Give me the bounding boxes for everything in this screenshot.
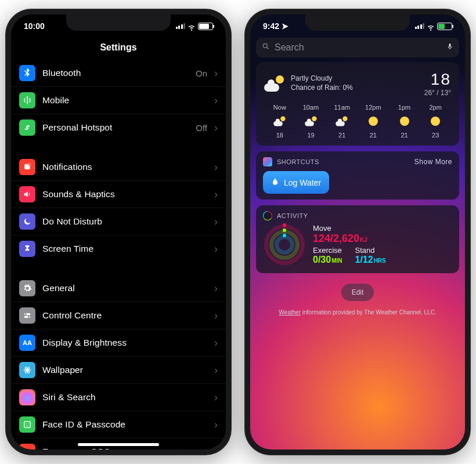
hour-col: 10am19 bbox=[295, 104, 327, 139]
location-icon: ➤ bbox=[282, 21, 289, 31]
exercise-label: Exercise bbox=[313, 246, 342, 255]
weather-temp: 18 bbox=[424, 70, 451, 89]
siri-icon bbox=[19, 389, 35, 405]
row-value: Off bbox=[196, 123, 207, 133]
search-icon bbox=[262, 42, 270, 53]
settings-row-siri-search[interactable]: Siri & Search› bbox=[11, 383, 226, 411]
row-label: General bbox=[42, 283, 75, 293]
settings-row-personal-hotspot[interactable]: Personal HotspotOff› bbox=[11, 114, 226, 141]
svg-point-1 bbox=[28, 164, 30, 166]
chevron-right-icon: › bbox=[214, 95, 218, 107]
settings-row-mobile[interactable]: Mobile› bbox=[11, 86, 226, 114]
chevron-right-icon: › bbox=[214, 122, 218, 134]
page-title: Settings bbox=[11, 38, 226, 60]
partly-cloudy-icon bbox=[336, 117, 348, 126]
sun-icon bbox=[400, 117, 409, 126]
shortcuts-widget: SHORTCUTS Show More Log Water bbox=[256, 151, 459, 200]
battery-charging-icon bbox=[437, 23, 452, 30]
hour-label: 12pm bbox=[358, 104, 389, 111]
weather-widget[interactable]: Partly Cloudy Chance of Rain: 0% 18 26° … bbox=[256, 62, 459, 146]
weather-credit: Weather information provided by The Weat… bbox=[256, 309, 459, 316]
row-label: Emergency SOS bbox=[42, 447, 110, 449]
hour-col: 12pm21 bbox=[358, 104, 389, 139]
chevron-right-icon: › bbox=[214, 188, 218, 201]
chevron-right-icon: › bbox=[214, 364, 218, 376]
settings-row-display-brightness[interactable]: AADisplay & Brightness› bbox=[11, 329, 226, 356]
search-placeholder: Search bbox=[275, 42, 304, 53]
bell-icon bbox=[19, 159, 35, 175]
settings-row-control-centre[interactable]: Control Centre› bbox=[11, 302, 226, 329]
row-label: Notifications bbox=[42, 162, 92, 172]
weather-rain: Chance of Rain: 0% bbox=[291, 84, 353, 93]
svg-line-16 bbox=[267, 48, 269, 49]
aa-icon: AA bbox=[19, 335, 35, 351]
row-label: Bluetooth bbox=[42, 68, 81, 78]
svg-point-5 bbox=[28, 316, 30, 318]
row-value: On bbox=[196, 68, 207, 78]
hour-col: Now18 bbox=[264, 104, 295, 139]
hour-col: 2pm23 bbox=[420, 104, 451, 139]
shortcut-log-water[interactable]: Log Water bbox=[263, 171, 329, 194]
link-icon bbox=[19, 119, 35, 136]
chevron-right-icon: › bbox=[214, 216, 218, 228]
sos-icon: SOS bbox=[19, 444, 35, 449]
row-label: Control Centre bbox=[42, 310, 102, 321]
partly-cloudy-icon bbox=[305, 117, 318, 126]
shortcuts-title: SHORTCUTS bbox=[277, 158, 319, 165]
exercise-value: 0/30 bbox=[313, 255, 331, 264]
row-label: Screen Time bbox=[42, 244, 93, 254]
settings-row-do-not-disturb[interactable]: Do Not Disturb› bbox=[11, 208, 226, 235]
activity-widget[interactable]: ACTIVITY Move 124/2,620KJ Exercise 0/30M… bbox=[256, 205, 459, 273]
chevron-right-icon: › bbox=[214, 310, 218, 322]
row-label: Face ID & Passcode bbox=[42, 419, 125, 430]
row-label: Display & Brightness bbox=[42, 338, 127, 348]
switches-icon bbox=[19, 307, 35, 324]
moon-icon bbox=[19, 213, 35, 230]
weather-link[interactable]: Weather bbox=[279, 309, 301, 316]
face-icon bbox=[19, 416, 35, 433]
hour-col: 11am21 bbox=[326, 104, 358, 139]
notch bbox=[305, 14, 410, 31]
shortcuts-app-icon bbox=[263, 157, 272, 166]
settings-row-bluetooth[interactable]: BluetoothOn› bbox=[11, 60, 226, 86]
row-label: Wallpaper bbox=[42, 365, 83, 375]
activity-title: ACTIVITY bbox=[277, 212, 308, 219]
activity-rings-icon bbox=[264, 224, 305, 265]
stand-value: 1/12 bbox=[355, 255, 373, 264]
chevron-right-icon: › bbox=[214, 392, 218, 404]
svg-rect-17 bbox=[449, 44, 451, 47]
row-label: Personal Hotspot bbox=[42, 122, 113, 133]
settings-row-notifications[interactable]: Notifications› bbox=[11, 154, 226, 180]
hour-temp: 23 bbox=[420, 132, 451, 139]
svg-point-12 bbox=[28, 423, 28, 424]
chevron-right-icon: › bbox=[214, 243, 218, 255]
settings-row-screen-time[interactable]: Screen Time› bbox=[11, 235, 226, 262]
antenna-icon bbox=[19, 92, 35, 108]
partly-cloudy-icon bbox=[264, 75, 285, 92]
hour-label: 10am bbox=[295, 104, 327, 111]
home-indicator[interactable] bbox=[78, 443, 159, 446]
settings-row-wallpaper[interactable]: Wallpaper› bbox=[11, 356, 226, 383]
row-label: Mobile bbox=[42, 95, 69, 106]
settings-row-sounds-haptics[interactable]: Sounds & Haptics› bbox=[11, 180, 226, 208]
droplet-icon bbox=[271, 177, 279, 188]
phone-settings: 10:00 Settings BluetoothOn›Mobile›Person… bbox=[6, 9, 231, 455]
settings-row-general[interactable]: General› bbox=[11, 275, 226, 302]
chevron-right-icon: › bbox=[214, 446, 218, 450]
search-input[interactable]: Search bbox=[256, 38, 459, 57]
chevron-right-icon: › bbox=[214, 337, 218, 349]
hour-label: 1pm bbox=[389, 104, 420, 111]
row-label: Sounds & Haptics bbox=[42, 189, 115, 200]
show-more-button[interactable]: Show More bbox=[414, 158, 452, 166]
hour-col: 1pm21 bbox=[389, 104, 420, 139]
row-label: Siri & Search bbox=[42, 392, 96, 403]
hour-temp: 21 bbox=[358, 132, 389, 139]
hour-label: 11am bbox=[326, 104, 358, 111]
settings-row-face-id-passcode[interactable]: Face ID & Passcode› bbox=[11, 411, 226, 438]
gear-icon bbox=[19, 280, 35, 296]
edit-button[interactable]: Edit bbox=[341, 284, 374, 301]
weather-summary: Partly Cloudy bbox=[291, 74, 353, 84]
weather-hilo: 26° / 13° bbox=[424, 89, 451, 97]
microphone-icon[interactable] bbox=[446, 42, 453, 53]
notch bbox=[66, 14, 171, 31]
